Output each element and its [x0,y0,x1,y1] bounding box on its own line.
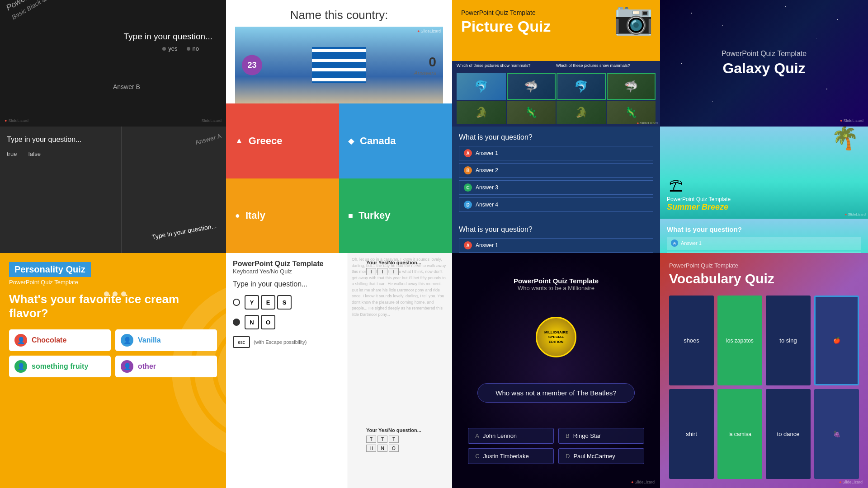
yn-key-h[interactable]: H [366,445,376,452]
vocab-card-sing[interactable]: to sing [766,296,811,385]
bw-quiz-lower: Type in your question... true false Answ… [0,127,226,253]
rm-opt-b1[interactable]: B Answer 2 [459,163,653,178]
badge-a1: A [464,149,472,157]
pic-img-dolphin: 🐬 [457,73,506,100]
greece-ans-italy[interactable]: ● Italy [226,178,339,253]
vocab-card-grapes[interactable]: 🍇 [814,389,859,479]
bw-brand-r: SlideLizard [201,118,222,123]
yn-key-t1[interactable]: T [366,268,376,275]
rm-opt-c1[interactable]: C Answer 3 [459,180,653,195]
bw-q2: Type in your question... [7,136,114,144]
pic-mammals-q2: Which of these pictures show mammals? [556,63,658,68]
bw-false: false [28,150,40,157]
greece-icon-triangle: ▲ [235,136,243,145]
kb-esc-key[interactable]: esc [233,336,250,348]
right-middle-grid: What is your question? A Answer 1 B Answ… [452,127,868,253]
greece-brand: ●SlideLizard [417,29,441,33]
greece-icon-circle: ● [235,211,240,221]
badge-c1: C [464,183,472,192]
rm-opt-a2[interactable]: A Answer 1 [459,238,653,253]
vocab-card-dance[interactable]: to dance [766,389,811,479]
pic-brand: ●SlideLizard [637,121,658,125]
pers-opt-chocolate[interactable]: 👤 Chocolate [9,329,111,351]
kb-key-o[interactable]: O [261,315,275,329]
mill-ans-c[interactable]: C Justin Timberlake [468,448,554,464]
vocab-grid: shoes los zapatos to sing 🍎 shirt la cam… [669,296,859,479]
yesno-keys-yes2: T T T [366,436,448,443]
vocab-card-camisa[interactable]: la camisa [717,389,762,479]
yesno-keys-no: H N O [366,445,448,452]
pic-img-croc2: 🐊 [557,101,606,124]
kb-subtitle: Keyboard Yes/No Quiz [233,268,341,275]
picture-quiz: PowerPoint Quiz Template Picture Quiz 📷 … [452,0,660,127]
mill-letter-d: D [566,453,570,460]
yn-key-t5[interactable]: T [377,436,387,443]
mill-letter-a: A [475,432,479,439]
mill-letter-b: B [566,432,570,439]
greece-ans-turkey[interactable]: ■ Turkey [339,178,452,253]
pers-opt-vanilla[interactable]: 👤 Vanilla [115,329,217,351]
yesno-q2-block: Your Yes/No question... T T T H N O [366,427,448,452]
bw-question: Type in your question... [124,32,212,42]
kb-key-n[interactable]: N [245,315,259,329]
vocab-template: PowerPoint Quiz Template [669,262,859,269]
center-lower: PowerPoint Quiz Template Keyboard Yes/No… [226,253,452,488]
kb-key-e[interactable]: E [261,295,275,310]
vocab-card-zapatos[interactable]: los zapatos [717,296,762,385]
rm-opt-a1[interactable]: A Answer 1 [459,146,653,160]
bw-yes-option: yes [162,45,177,52]
pers-opt-other[interactable]: 👤 other [115,356,217,377]
mill-answers: A John Lennon B Ringo Star C Justin Timb… [468,428,644,464]
yn-key-t6[interactable]: T [389,436,399,443]
mill-ans-d[interactable]: D Paul McCartney [558,448,644,464]
mill-brand: ●SlideLizard [631,480,655,484]
yn-key-t3[interactable]: T [389,268,399,275]
kb-title: PowerPoint Quiz Template [233,260,341,268]
galaxy-brand: ●SlideLizard [840,118,863,123]
mill-ans-b[interactable]: B Ringo Star [558,428,644,444]
pers-opt-fruity[interactable]: 👤 something fruity [9,356,111,377]
left-column: PowerPoint Quiz Template Basic Black & W… [0,0,226,127]
bw-answer-a: Answer A [194,132,222,146]
greece-ans-greece[interactable]: ▲ Greece [226,103,339,178]
vocab-card-apple[interactable]: 🍎 [814,296,859,385]
kb-radio-yes[interactable] [233,299,240,306]
rm-opt-d1[interactable]: D Answer 4 [459,197,653,212]
summer-name: Summer Breeze [667,202,861,212]
bw-yes-dot [162,47,166,51]
greece-icon-diamond: ◆ [348,136,354,146]
yn-key-n2[interactable]: N [377,445,387,452]
summer-umbrella-icon: ⛱ [669,178,683,194]
mill-letter-c: C [475,453,479,460]
kb-key-s[interactable]: S [277,295,292,310]
rm-q3-opt-a[interactable]: A Answer 1 [667,237,861,249]
vocab-card-shoes[interactable]: shoes [669,296,714,385]
kb-key-y[interactable]: Y [245,295,259,310]
rm-q1-opts: A Answer 1 B Answer 2 C Answer 3 D Answe… [459,146,653,212]
yesno-bg-text: Oh, let us go in a caravan. I know it so… [348,253,452,488]
rm-q1: What is your question? A Answer 1 B Answ… [452,127,660,219]
pic-mammals-q1: Which of these pictures show mammals? [457,63,556,68]
bw-rotated-q: Type in your question... [151,222,217,241]
summer-palm-icon: 🌴 [831,127,859,149]
pers-badge-container: Personality Quiz PowerPoint Quiz Templat… [9,262,217,286]
bw-tf-options: true false [7,150,114,157]
summer-title-block: PowerPoint Quiz Template Summer Breeze [667,196,861,212]
galaxy-title: Galaxy Quiz [722,60,807,77]
right-bottom: PowerPoint Quiz Template Who wants to be… [452,253,868,488]
greece-flag [312,47,366,83]
yn-key-o2[interactable]: O [389,445,399,452]
badge-a2: A [464,241,472,249]
mill-ans-a[interactable]: A John Lennon [468,428,554,444]
summer-template: PowerPoint Quiz Template [667,196,861,202]
yn-key-t2[interactable]: T [377,268,387,275]
greece-answers: ▲ Greece ◆ Canada ● Italy ■ Turkey [226,103,452,253]
pic-img-shark2: 🦈 [607,73,656,100]
bw-truefalse: Type in your question... true false [0,127,121,166]
greece-ans-canada[interactable]: ◆ Canada [339,103,452,178]
kb-yes-row: Y E S [233,295,341,310]
mill-subtitle: Who wants to be a Millionaire [514,285,599,291]
kb-radio-no[interactable] [233,319,240,326]
yn-key-t4[interactable]: T [366,436,376,443]
vocab-card-shirt[interactable]: shirt [669,389,714,479]
